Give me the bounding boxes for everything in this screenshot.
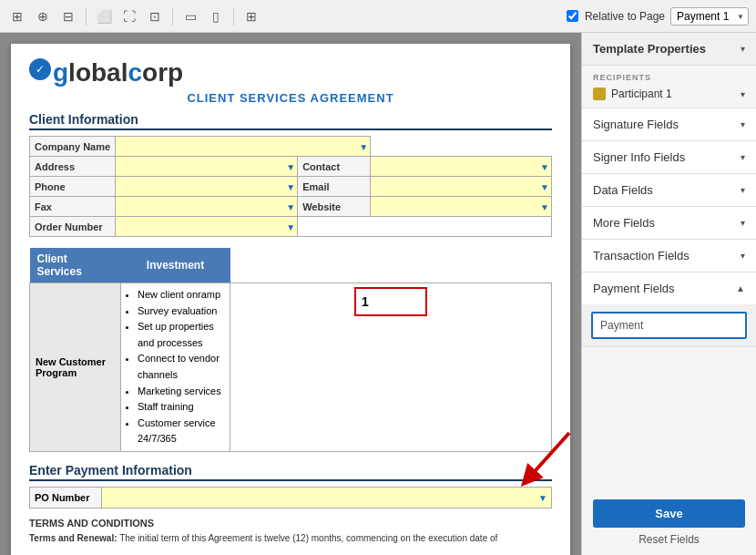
separator-1 [86,7,87,26]
address-label: Address [30,157,116,177]
table-row: Phone Email [30,177,552,197]
more-fields-chevron-icon[interactable]: ▾ [741,218,745,228]
list-item: Customer service 24/7/365 [138,416,224,447]
list-item: New client onramp [138,287,224,303]
client-services-heading: Client Services [30,248,121,283]
signer-info-fields-title: Signer Info Fields [593,150,685,164]
list-item: Connect to vendor channels [138,351,224,383]
email-label: Email [298,177,371,197]
terms-section: TERMS AND CONDITIONS Terms and Renewal: … [29,518,552,545]
doc-title: CLIENT SERVICES AGREEMENT [29,91,552,105]
phone-label: Phone [30,177,116,197]
toolbar: ⊞ ⊕ ⊟ ⬜ ⛶ ⊡ ▭ ▯ ⊞ Relative to Page Payme… [0,0,756,33]
toolbar-icon-7[interactable]: ▭ [180,6,200,26]
data-fields-title: Data Fields [593,183,653,197]
payment-heading: Enter Payment Information [29,463,552,481]
toolbar-icon-6[interactable]: ⊡ [145,6,165,26]
recipients-label: RECIPIENTS [593,73,745,82]
phone-input[interactable] [116,177,298,197]
investment-field[interactable]: 1 [354,287,427,316]
payment-fields-section: Payment Fields ▲ Payment [582,272,756,347]
client-info-heading: Client Information [29,112,552,130]
panel-title: Template Properties [593,42,706,56]
panel-footer: Save Reset Fields [582,490,756,555]
investment-heading: Investment [121,248,230,283]
logo-area: ✓ globalcorp [29,58,552,87]
terms-body: The initial term of this Agreement is tw… [119,533,497,543]
toolbar-icon-4[interactable]: ⬜ [94,6,114,26]
investment-value: 1 [362,294,369,309]
recipient-name: Participant 1 [611,87,741,100]
transaction-fields-chevron-icon[interactable]: ▾ [741,251,745,261]
payment-fields-title: Payment Fields [593,282,675,295]
payment-section: Enter Payment Information PO Number [29,463,552,509]
payment-row: PO Number [29,487,552,509]
list-item: Staff training [138,399,224,416]
relative-checkbox[interactable] [567,10,578,22]
panel-collapse-icon[interactable]: ▾ [741,44,745,54]
recipient-row[interactable]: Participant 1 ▾ [593,87,745,100]
company-name-label: Company Name [30,137,116,157]
more-fields-section: More Fields ▾ [582,207,756,240]
main-area: ✓ globalcorp CLIENT SERVICES AGREEMENT C… [0,33,756,555]
toolbar-icon-3[interactable]: ⊟ [58,6,78,26]
separator-2 [172,7,173,26]
page-select-wrapper[interactable]: Payment 1 [670,7,749,26]
more-fields-header[interactable]: More Fields ▾ [582,207,756,239]
signature-chevron-icon[interactable]: ▾ [741,119,745,129]
fax-label: Fax [30,197,116,217]
address-input[interactable] [116,157,298,177]
list-item: Survey evaluation [138,303,224,320]
website-label: Website [298,197,371,217]
table-row: Order Number [30,217,552,237]
investment-field-cell: 1 [230,283,552,452]
payment-field-item[interactable]: Payment [591,312,747,339]
data-fields-header[interactable]: Data Fields ▾ [582,174,756,206]
services-table: Client Services Investment New Customer … [29,248,552,452]
services-header-row: Client Services Investment [30,248,552,283]
order-number-input[interactable] [116,217,298,237]
email-input[interactable] [371,177,552,197]
signer-info-fields-header[interactable]: Signer Info Fields ▾ [582,141,756,173]
toolbar-icon-8[interactable]: ▯ [206,6,226,26]
payment-fields-chevron-icon[interactable]: ▲ [736,283,745,293]
data-fields-chevron-icon[interactable]: ▾ [741,185,745,195]
relative-label: Relative to Page [585,10,665,23]
list-item: Set up properties and processes [138,319,224,351]
transaction-fields-section: Transaction Fields ▾ [582,240,756,272]
document-pane[interactable]: ✓ globalcorp CLIENT SERVICES AGREEMENT C… [0,33,581,555]
signer-info-fields-section: Signer Info Fields ▾ [582,141,756,174]
po-number-label: PO Number [29,487,102,509]
separator-3 [233,7,234,26]
program-label: New Customer Program [30,283,121,452]
recipients-section: RECIPIENTS Participant 1 ▾ [582,66,756,108]
right-panel: Template Properties ▾ RECIPIENTS Partici… [581,33,756,555]
reset-fields-link[interactable]: Reset Fields [593,533,745,546]
po-number-input[interactable] [102,487,552,509]
data-fields-section: Data Fields ▾ [582,174,756,207]
toolbar-icon-9[interactable]: ⊞ [241,6,261,26]
services-row: New Customer Program New client onramp S… [30,283,552,452]
signer-info-chevron-icon[interactable]: ▾ [741,152,745,162]
signature-fields-header[interactable]: Signature Fields ▾ [582,108,756,140]
company-name-input[interactable] [116,137,371,157]
page-select[interactable]: Payment 1 [670,7,749,26]
website-input[interactable] [371,197,552,217]
contact-input[interactable] [371,157,552,177]
panel-header[interactable]: Template Properties ▾ [582,33,756,66]
recipient-color-swatch [593,87,606,100]
more-fields-title: More Fields [593,216,655,230]
payment-fields-header[interactable]: Payment Fields ▲ [582,272,756,304]
toolbar-icon-1[interactable]: ⊞ [7,6,27,26]
transaction-fields-header[interactable]: Transaction Fields ▾ [582,240,756,272]
transaction-fields-title: Transaction Fields [593,249,690,262]
logo-check-icon: ✓ [29,58,51,80]
relative-to-page-toggle[interactable]: Relative to Page [567,10,665,23]
fax-input[interactable] [116,197,298,217]
toolbar-icon-5[interactable]: ⛶ [119,6,139,26]
table-row: Company Name [30,137,552,157]
recipient-chevron-icon[interactable]: ▾ [741,89,745,99]
logo-text: globalcorp [53,58,183,87]
toolbar-icon-2[interactable]: ⊕ [33,6,53,26]
save-button[interactable]: Save [593,499,745,528]
